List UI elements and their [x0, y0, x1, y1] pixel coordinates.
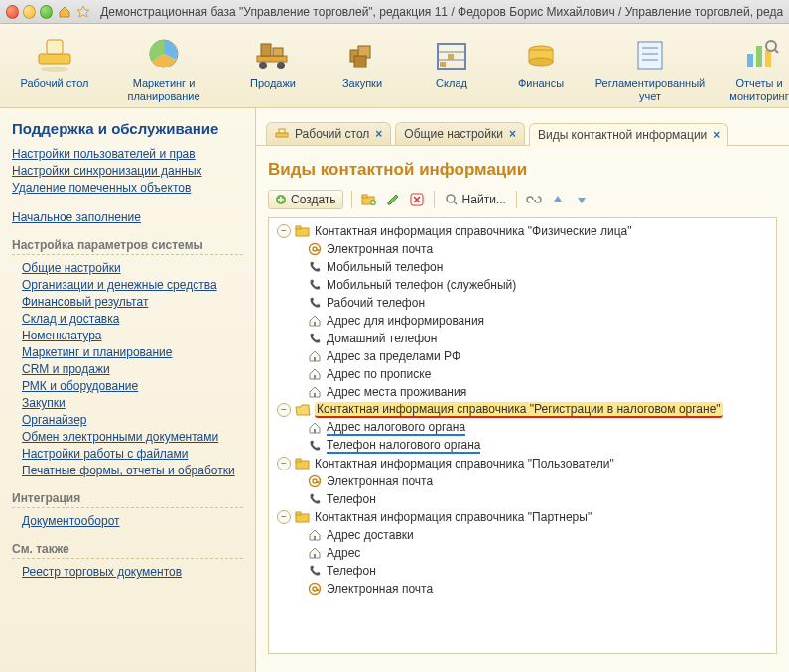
toolbar-purchases[interactable]: Закупки — [318, 30, 407, 103]
sb-link-trade-registry[interactable]: Реестр торговых документов — [22, 565, 243, 579]
sidebar-title: Поддержка и обслуживание — [12, 120, 243, 137]
tree-item[interactable]: Адрес для информирования — [269, 312, 776, 330]
tab-contact-close[interactable]: × — [713, 128, 720, 142]
sb-link-edocs[interactable]: Обмен электронными документами — [22, 430, 243, 444]
tree-item[interactable]: Адрес по прописке — [269, 365, 776, 383]
tree-item[interactable]: Электронная почта — [269, 240, 776, 258]
purchases-icon — [320, 34, 405, 77]
sb-link-delete-marked[interactable]: Удаление помеченных объектов — [12, 181, 243, 195]
tree-item-label: Электронная почта — [327, 242, 433, 256]
star-icon[interactable] — [75, 4, 90, 20]
window-max-btn[interactable] — [40, 5, 53, 19]
tab-desktop-icon — [275, 128, 289, 140]
sb-link-user-rights[interactable]: Настройки пользователей и прав — [12, 147, 243, 161]
svg-rect-1 — [47, 40, 63, 54]
phone-icon — [307, 277, 323, 293]
svg-point-36 — [447, 195, 455, 202]
sb-link-warehouse[interactable]: Склад и доставка — [22, 312, 243, 326]
sb-link-nomenclature[interactable]: Номенклатура — [22, 329, 243, 342]
tree-item[interactable]: Телефон — [269, 490, 776, 508]
tree-item[interactable]: Телефон налогового органа — [269, 437, 776, 455]
tree-view[interactable]: −Контактная информация справочника "Физи… — [268, 217, 777, 654]
tree-item[interactable]: Адрес — [269, 544, 776, 562]
page-toolbar: Создать Найти... — [268, 190, 777, 209]
tree-item[interactable]: Адрес за пределами РФ — [269, 347, 776, 365]
find-button[interactable]: Найти... — [443, 191, 508, 208]
move-down-icon[interactable] — [573, 191, 591, 208]
sb-link-rmk[interactable]: РМК и оборудование — [22, 379, 243, 393]
tree-item[interactable]: Мобильный телефон (служебный) — [269, 276, 776, 294]
delete-icon[interactable] — [408, 191, 426, 208]
svg-rect-0 — [39, 54, 70, 64]
sb-link-finresult[interactable]: Финансовый результат — [22, 295, 243, 309]
sb-link-printforms[interactable]: Печатные формы, отчеты и обработки — [22, 464, 243, 477]
home-icon[interactable] — [57, 4, 71, 20]
tree-folder[interactable]: −Контактная информация справочника "Физи… — [269, 222, 776, 240]
move-up-icon[interactable] — [549, 191, 567, 208]
tree-item-label: Адрес доставки — [327, 528, 414, 542]
sb-section-params: Настройка параметров системы — [12, 238, 243, 255]
new-folder-icon[interactable] — [360, 191, 378, 208]
toolbar-regulated[interactable]: Регламентированный учет — [586, 30, 715, 103]
main-area: Рабочий стол × Общие настройки × Виды ко… — [256, 108, 789, 672]
tab-contact-types[interactable]: Виды контактной информации × — [529, 123, 728, 146]
tab-general-close[interactable]: × — [509, 127, 516, 141]
tree-item[interactable]: Телефон — [269, 562, 776, 580]
sb-link-docflow[interactable]: Документооборот — [22, 514, 243, 528]
sb-link-crm[interactable]: CRM и продажи — [22, 362, 243, 376]
toolbar-warehouse[interactable]: Склад — [407, 30, 496, 103]
sb-section-integration: Интеграция — [12, 491, 243, 508]
toolbar-sales[interactable]: Продажи — [228, 30, 318, 103]
sb-link-organizer[interactable]: Органайзер — [22, 413, 243, 427]
tab-general-settings[interactable]: Общие настройки × — [395, 122, 525, 145]
svg-point-5 — [259, 62, 267, 69]
tree-item[interactable]: Электронная почта — [269, 472, 776, 490]
phone-icon — [307, 438, 323, 454]
tree-item[interactable]: Домашний телефон — [269, 330, 776, 347]
window-close-btn[interactable] — [6, 5, 19, 19]
tree-item[interactable]: Адрес доставки — [269, 526, 776, 544]
toolbar-finance[interactable]: Финансы — [496, 30, 586, 103]
collapse-icon[interactable]: − — [277, 457, 291, 470]
search-icon — [445, 193, 459, 206]
svg-rect-54 — [314, 554, 316, 558]
tree-item-label: Адрес за пределами РФ — [327, 349, 460, 363]
tree-item[interactable]: Рабочий телефон — [269, 294, 776, 312]
tree-folder[interactable]: −Контактная информация справочника "Реги… — [269, 401, 776, 419]
sb-link-marketing[interactable]: Маркетинг и планирование — [22, 345, 243, 359]
toolbar-desktop[interactable]: Рабочий стол — [10, 30, 99, 103]
link-icon[interactable] — [525, 191, 543, 208]
sb-link-purchases[interactable]: Закупки — [22, 396, 243, 410]
collapse-icon[interactable]: − — [277, 403, 291, 417]
folder-icon — [295, 509, 311, 525]
window-title: Демонстрационная база "Управление торгов… — [100, 5, 783, 19]
toolbar-marketing[interactable]: Маркетинг и планирование — [99, 30, 228, 103]
sb-link-files[interactable]: Настройки работы с файлами — [22, 447, 243, 461]
create-button[interactable]: Создать — [268, 190, 343, 209]
sb-link-orgs[interactable]: Организации и денежные средства — [22, 278, 243, 292]
tree-item[interactable]: Мобильный телефон — [269, 258, 776, 276]
toolbar-reports[interactable]: Отчеты и мониторинг — [715, 30, 789, 103]
sales-icon — [230, 34, 316, 77]
sb-section-seealso: См. также — [12, 542, 243, 559]
tree-item[interactable]: Адрес налогового органа — [269, 419, 776, 437]
tree-item[interactable]: Адрес места проживания — [269, 383, 776, 401]
sb-link-initial-fill[interactable]: Начальное заполнение — [12, 210, 243, 224]
tree-folder[interactable]: −Контактная информация справочника "Поль… — [269, 455, 776, 472]
toolbar-regulated-label: Регламентированный учет — [588, 77, 713, 103]
edit-icon[interactable] — [384, 191, 402, 208]
sb-link-sync[interactable]: Настройки синхронизации данных — [12, 164, 243, 178]
collapse-icon[interactable]: − — [277, 510, 291, 524]
tree-item[interactable]: Электронная почта — [269, 580, 776, 598]
marketing-icon — [101, 34, 226, 77]
tab-general-label: Общие настройки — [404, 127, 503, 141]
tab-desktop-close[interactable]: × — [375, 127, 382, 141]
window-min-btn[interactable] — [23, 5, 36, 19]
tab-desktop[interactable]: Рабочий стол × — [266, 122, 391, 145]
at-icon — [307, 241, 323, 257]
phone-icon — [307, 259, 323, 275]
tree-folder[interactable]: −Контактная информация справочника "Парт… — [269, 508, 776, 526]
svg-rect-24 — [747, 54, 753, 67]
sb-link-general[interactable]: Общие настройки — [22, 261, 243, 275]
collapse-icon[interactable]: − — [277, 224, 291, 238]
